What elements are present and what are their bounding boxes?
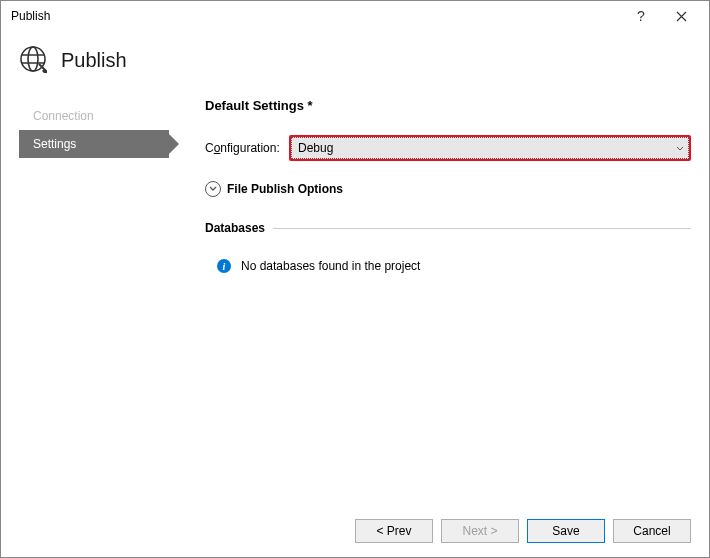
dialog-header: Publish (1, 31, 709, 98)
prev-button[interactable]: < Prev (355, 519, 433, 543)
close-icon (676, 11, 687, 22)
sidebar-nav: Connection Settings (19, 98, 169, 273)
help-button[interactable]: ? (621, 2, 661, 30)
close-button[interactable] (661, 2, 701, 30)
save-button[interactable]: Save (527, 519, 605, 543)
section-label: Databases (205, 221, 265, 235)
next-button[interactable]: Next > (441, 519, 519, 543)
settings-page: Default Settings * Configuration: Debug … (169, 98, 691, 273)
databases-message-row: i No databases found in the project (205, 259, 691, 273)
nav-item-connection[interactable]: Connection (19, 102, 169, 130)
expander-label: File Publish Options (227, 182, 343, 196)
info-icon: i (217, 259, 231, 273)
chevron-down-icon (676, 141, 684, 155)
window-title: Publish (11, 9, 621, 23)
dialog-body: Connection Settings Default Settings * C… (1, 98, 709, 273)
svg-point-1 (28, 47, 38, 71)
section-heading: Default Settings * (205, 98, 691, 113)
titlebar: Publish ? (1, 1, 709, 31)
configuration-label: Configuration: (205, 141, 289, 155)
nav-label: Settings (33, 137, 76, 151)
divider (273, 228, 691, 229)
expand-icon (205, 181, 221, 197)
databases-section-header: Databases (205, 221, 691, 235)
nav-item-settings[interactable]: Settings (19, 130, 169, 158)
page-title: Publish (61, 49, 127, 72)
nav-label: Connection (33, 109, 94, 123)
cancel-button[interactable]: Cancel (613, 519, 691, 543)
dialog-footer: < Prev Next > Save Cancel (1, 505, 709, 557)
help-icon: ? (637, 8, 645, 24)
configuration-highlight: Debug (289, 135, 691, 161)
configuration-dropdown[interactable]: Debug (291, 137, 689, 159)
file-publish-options-expander[interactable]: File Publish Options (205, 181, 691, 197)
databases-message: No databases found in the project (241, 259, 420, 273)
globe-icon (19, 45, 47, 76)
configuration-row: Configuration: Debug (205, 135, 691, 161)
configuration-value: Debug (298, 141, 333, 155)
